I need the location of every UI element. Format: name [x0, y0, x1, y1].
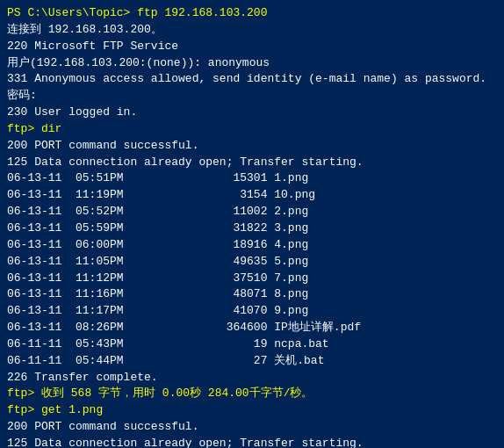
terminal-line: 220 Microsoft FTP Service: [7, 39, 497, 55]
terminal-line: 06-13-11 05:59PM 31822 3.png: [7, 220, 497, 237]
terminal-line: 06-13-11 11:17PM 41070 9.png: [7, 303, 497, 320]
terminal-line: 06-11-11 05:44PM 27 关机.bat: [7, 353, 497, 370]
terminal-line: 331 Anonymous access allowed, send ident…: [7, 71, 497, 88]
terminal-line: 06-13-11 08:26PM 364600 IP地址详解.pdf: [7, 320, 497, 336]
terminal-line: 06-13-11 11:05PM 49635 5.png: [7, 254, 497, 271]
terminal-line: 125 Data connection already open; Transf…: [7, 436, 497, 448]
terminal-line: ftp> 收到 568 字节，用时 0.00秒 284.00千字节/秒。: [7, 386, 497, 402]
terminal-line: ftp> dir: [7, 121, 497, 138]
terminal-line: 密码:: [7, 88, 497, 105]
terminal-line: PS C:\Users\Topic> ftp 192.168.103.200: [7, 5, 497, 22]
terminal-line: 200 PORT command successful.: [7, 138, 497, 155]
terminal-line: 125 Data connection already open; Transf…: [7, 155, 497, 171]
terminal-line: 06-13-11 11:16PM 48071 8.png: [7, 286, 497, 303]
terminal-line: ftp> get 1.png: [7, 402, 497, 419]
terminal-line: 06-13-11 06:00PM 18916 4.png: [7, 237, 497, 254]
terminal-line: 226 Transfer complete.: [7, 370, 497, 387]
terminal-line: 06-13-11 11:12PM 37510 7.png: [7, 271, 497, 287]
terminal-line: 06-13-11 05:52PM 11002 2.png: [7, 204, 497, 220]
terminal-line: 用户(192.168.103.200:(none)): anonymous: [7, 55, 497, 72]
terminal-line: 06-11-11 05:43PM 19 ncpa.bat: [7, 336, 497, 353]
terminal-line: 06-13-11 11:19PM 3154 10.png: [7, 187, 497, 204]
terminal-line: 06-13-11 05:51PM 15301 1.png: [7, 170, 497, 187]
terminal-line: 200 PORT command successful.: [7, 419, 497, 436]
terminal-line: 230 User logged in.: [7, 105, 497, 121]
terminal-line: 连接到 192.168.103.200。: [7, 22, 497, 39]
terminal-window[interactable]: PS C:\Users\Topic> ftp 192.168.103.200连接…: [0, 0, 504, 448]
